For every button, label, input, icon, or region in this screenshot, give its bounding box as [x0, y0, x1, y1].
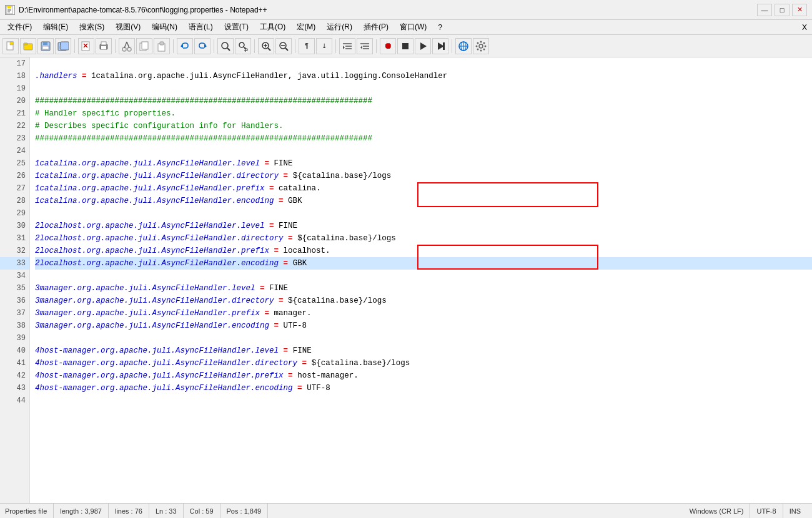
line-num-40: 40 [0, 345, 29, 357]
code-key-40: 4host-manager.org.apache.juli.AsyncFileH… [35, 346, 279, 355]
menu-edit[interactable]: 编辑(E) [38, 21, 73, 34]
macro-save-button[interactable] [432, 38, 448, 54]
copy-button[interactable] [136, 38, 152, 54]
new-button[interactable] [2, 38, 19, 54]
code-line-39 [35, 332, 812, 345]
open-button[interactable] [20, 38, 36, 54]
code-key-25: 1catalina.org.apache.juli.AsyncFileHandl… [35, 159, 260, 168]
svg-point-68 [477, 48, 479, 50]
code-line-33: 2localhost.org.apache.juli.AsyncFileHand… [35, 257, 812, 270]
code-eq-37: = [265, 309, 270, 318]
code-val-38: UTF-8 [284, 321, 307, 330]
redo-button[interactable] [194, 38, 210, 54]
replace-button[interactable] [235, 38, 251, 54]
line-num-36: 36 [0, 295, 29, 307]
find-button[interactable] [217, 38, 234, 54]
svg-marker-47 [343, 46, 345, 49]
line-num-43: 43 [0, 382, 29, 394]
code-key-37: 3manager.org.apache.juli.AsyncFileHandle… [35, 309, 260, 318]
line-num-38: 38 [0, 320, 29, 332]
code-line-37: 3manager.org.apache.juli.AsyncFileHandle… [35, 307, 812, 320]
launch-browser-button[interactable] [455, 38, 472, 54]
save-all-button[interactable] [55, 38, 71, 54]
app-icon [5, 5, 15, 15]
svg-marker-51 [360, 46, 362, 49]
menu-encode[interactable]: 编码(N) [147, 21, 182, 34]
svg-point-60 [479, 44, 483, 48]
menu-settings[interactable]: 设置(T) [219, 21, 254, 34]
menu-file[interactable]: 文件(F) [2, 21, 37, 34]
title-bar-buttons: — □ ✕ [757, 4, 807, 16]
svg-rect-8 [24, 43, 27, 45]
line-num-27: 27 [0, 182, 29, 195]
toolbar-separator-4 [214, 39, 214, 53]
paste-button[interactable] [154, 38, 170, 54]
code-line-42: 4host-manager.org.apache.juli.AsyncFileH… [35, 369, 812, 382]
code-line-31: 2localhost.org.apache.juli.AsyncFileHand… [35, 232, 812, 245]
menu-search[interactable]: 搜索(S) [74, 21, 109, 34]
menu-language[interactable]: 语言(L) [184, 21, 218, 34]
menu-window[interactable]: 窗口(W) [395, 21, 432, 34]
code-key-28: 1catalina.org.apache.juli.AsyncFileHandl… [35, 197, 274, 205]
save-button[interactable] [37, 38, 54, 54]
code-line-30: 2localhost.org.apache.juli.AsyncFileHand… [35, 220, 812, 232]
macro-play-button[interactable] [415, 38, 431, 54]
svg-rect-55 [443, 42, 445, 50]
close-button[interactable]: ✕ [792, 4, 807, 16]
word-wrap-button[interactable]: ¶ [299, 38, 315, 54]
line-num-26: 26 [0, 170, 29, 182]
settings-plugin-button[interactable] [473, 38, 489, 54]
line-num-39: 39 [0, 332, 29, 345]
line-num-20: 20 [0, 95, 29, 107]
code-eq-31: = [288, 234, 293, 243]
macro-rec-button[interactable]: ⏺ [380, 38, 396, 54]
toolbar-separator-7 [335, 39, 336, 53]
close-doc-button[interactable] [78, 38, 94, 54]
menu-plugins[interactable]: 插件(P) [359, 21, 394, 34]
line-num-35: 35 [0, 282, 29, 295]
macro-stop-button[interactable] [397, 38, 413, 54]
line-num-41: 41 [0, 357, 29, 369]
svg-point-61 [480, 41, 482, 42]
svg-rect-27 [142, 42, 148, 49]
menu-macro[interactable]: 宏(M) [292, 21, 320, 34]
indent-button[interactable] [339, 38, 355, 54]
line-num-44: 44 [0, 394, 29, 407]
svg-line-33 [227, 48, 230, 51]
zoom-out-button[interactable] [275, 38, 292, 54]
toolbar-separator-1 [74, 39, 75, 53]
code-val-37: manager. [274, 309, 312, 318]
undo-button[interactable] [177, 38, 193, 54]
minimize-button[interactable]: — [757, 4, 772, 16]
print-button[interactable] [96, 38, 112, 54]
line-num-19: 19 [0, 82, 29, 95]
show-all-chars-button[interactable]: ⤓ [316, 38, 332, 54]
menu-help[interactable]: ? [433, 22, 447, 33]
line-num-17: 17 [0, 57, 29, 70]
code-val-33: GBK [293, 259, 307, 268]
status-ln: Ln : 33 [149, 504, 184, 518]
zoom-in-button[interactable] [258, 38, 274, 54]
maximize-button[interactable]: □ [775, 4, 790, 16]
svg-line-43 [285, 48, 288, 51]
code-eq-33: = [284, 259, 289, 268]
menu-run[interactable]: 运行(R) [322, 21, 357, 34]
unindent-button[interactable] [357, 38, 373, 54]
cut-button[interactable] [119, 38, 135, 54]
code-line-29 [35, 207, 812, 220]
menu-tools[interactable]: 工具(O) [255, 21, 290, 34]
toolbar-separator-3 [173, 39, 174, 53]
code-line-18: .handlers = 1catalina.org.apache.juli.As… [35, 70, 812, 82]
menu-view[interactable]: 视图(V) [111, 21, 146, 34]
code-line-34 [35, 270, 812, 282]
toolbar-separator-6 [295, 39, 295, 53]
menu-close-tab[interactable]: X [802, 23, 810, 32]
code-area[interactable]: .handlers = 1catalina.org.apache.juli.As… [30, 57, 812, 503]
title-bar-left: D:\Environment\apache-tomcat-8.5.76\conf… [5, 5, 267, 15]
status-lines: lines : 76 [109, 504, 149, 518]
code-val-42: host-manager. [297, 371, 359, 380]
code-line-44 [35, 394, 812, 407]
code-eq-18: = [82, 72, 87, 81]
code-content[interactable]: .handlers = 1catalina.org.apache.juli.As… [30, 57, 812, 503]
editor-container: 17 18 19 20 21 22 23 24 25 26 27 28 29 3… [0, 57, 812, 503]
